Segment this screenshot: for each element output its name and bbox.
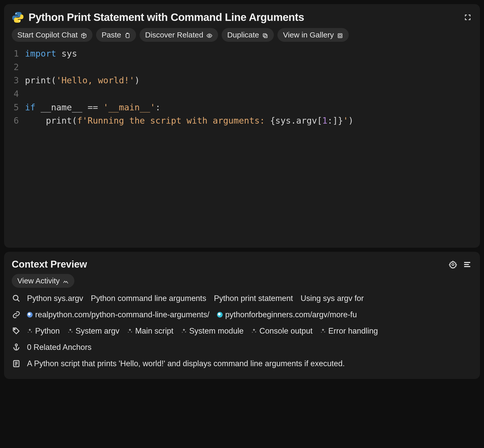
svg-point-8 — [452, 263, 454, 266]
gallery-icon — [337, 32, 343, 38]
editor-panel: Python Print Statement with Command Line… — [4, 4, 480, 248]
search-icon — [12, 294, 21, 303]
code-content[interactable]: print('Hello, world!') — [25, 74, 140, 87]
code-line: 2 — [12, 60, 472, 74]
view-activity-row: View Activity — [12, 274, 472, 288]
svg-point-10 — [14, 329, 15, 330]
editor-header: Python Print Statement with Command Line… — [12, 11, 472, 23]
code-line: 4 — [12, 87, 472, 101]
code-editor[interactable]: 1import sys23print('Hello, world!')45if … — [12, 47, 472, 241]
context-tag[interactable]: Python — [27, 326, 60, 336]
link-text: realpython.com/python-command-line-argum… — [35, 310, 209, 319]
action-duplicate[interactable]: Duplicate — [222, 28, 274, 42]
line-number: 6 — [12, 114, 25, 127]
action-label: Start Copilot Chat — [17, 31, 78, 39]
context-search-row: Python sys.argvPython command line argum… — [12, 290, 472, 307]
context-title: Context Preview — [12, 259, 444, 270]
settings-button[interactable] — [448, 259, 458, 270]
action-start-copilot-chat[interactable]: Start Copilot Chat — [12, 28, 92, 42]
duplicate-icon — [262, 32, 268, 38]
context-anchors-row: 0 Related Anchors — [12, 339, 472, 355]
tag-icon — [12, 326, 21, 336]
action-row: Start Copilot Chat Paste Discover Relate… — [12, 28, 472, 42]
expand-button[interactable] — [463, 13, 472, 22]
sparkle-icon — [181, 326, 187, 336]
line-number: 4 — [12, 87, 25, 101]
search-term[interactable]: Python command line arguments — [91, 294, 206, 303]
search-term[interactable]: Using sys argv for — [301, 294, 364, 303]
activity-icon — [63, 278, 69, 284]
code-line: 3print('Hello, world!') — [12, 74, 472, 87]
anchor-icon — [12, 343, 21, 352]
context-tag[interactable]: System module — [181, 326, 244, 336]
sparkle-icon — [127, 326, 133, 336]
context-tags-row: PythonSystem argvMain scriptSystem modul… — [12, 323, 472, 339]
editor-title: Python Print Statement with Command Line… — [29, 11, 459, 23]
context-links: realpython.com/python-command-line-argum… — [27, 310, 357, 319]
svg-rect-2 — [126, 34, 129, 38]
context-tag[interactable]: System argv — [68, 326, 119, 336]
eye-icon — [206, 32, 212, 38]
svg-point-1 — [19, 21, 20, 22]
context-summary-row: A Python script that prints 'Hello, worl… — [12, 355, 472, 372]
svg-rect-7 — [339, 35, 341, 37]
action-label: View in Gallery — [283, 31, 334, 39]
context-link[interactable]: realpython.com/python-command-line-argum… — [27, 310, 209, 319]
code-content[interactable]: print(f'Running the script with argument… — [25, 114, 354, 127]
view-activity-button[interactable]: View Activity — [12, 274, 74, 288]
code-line: 6 print(f'Running the script with argume… — [12, 114, 472, 127]
tag-text: Console output — [259, 326, 313, 336]
line-number: 2 — [12, 60, 25, 74]
view-activity-label: View Activity — [17, 276, 60, 285]
tag-text: Error handling — [328, 326, 378, 336]
code-content[interactable]: import sys — [25, 47, 77, 60]
search-terms: Python sys.argvPython command line argum… — [27, 294, 364, 303]
context-tags: PythonSystem argvMain scriptSystem modul… — [27, 326, 378, 336]
context-tag[interactable]: Console output — [251, 326, 313, 336]
context-links-row: realpython.com/python-command-line-argum… — [12, 307, 472, 323]
sparkle-icon — [251, 326, 257, 336]
svg-rect-4 — [264, 35, 267, 38]
action-paste[interactable]: Paste — [96, 28, 136, 42]
svg-rect-6 — [338, 34, 342, 38]
context-link[interactable]: pythonforbeginners.com/argv/more-fu — [217, 310, 357, 319]
svg-rect-5 — [263, 34, 266, 37]
search-term[interactable]: Python print statement — [214, 294, 293, 303]
line-number: 3 — [12, 74, 25, 87]
context-tag[interactable]: Error handling — [320, 326, 378, 336]
svg-point-0 — [16, 13, 17, 14]
summary-text: A Python script that prints 'Hello, worl… — [27, 359, 345, 368]
sparkle-icon — [27, 326, 33, 336]
list-button[interactable] — [462, 259, 472, 270]
cube-icon — [81, 32, 87, 38]
code-line: 5if __name__ == '__main__': — [12, 101, 472, 114]
action-discover-related[interactable]: Discover Related — [140, 28, 218, 42]
tag-text: Python — [35, 326, 60, 336]
python-icon — [12, 11, 24, 23]
line-number: 1 — [12, 47, 25, 60]
code-content[interactable]: if __name__ == '__main__': — [25, 101, 160, 114]
favicon-icon — [27, 312, 33, 318]
context-tag[interactable]: Main script — [127, 326, 173, 336]
svg-point-11 — [15, 344, 17, 346]
action-label: Paste — [102, 31, 121, 39]
svg-point-9 — [13, 295, 18, 300]
action-label: Duplicate — [227, 31, 259, 39]
link-text: pythonforbeginners.com/argv/more-fu — [225, 310, 357, 319]
action-view-in-gallery[interactable]: View in Gallery — [277, 28, 349, 42]
sparkle-icon — [68, 326, 73, 336]
action-label: Discover Related — [145, 31, 203, 39]
sparkle-icon — [320, 326, 326, 336]
search-term[interactable]: Python sys.argv — [27, 294, 83, 303]
note-icon — [12, 359, 21, 368]
anchors-label[interactable]: 0 Related Anchors — [27, 343, 91, 352]
line-number: 5 — [12, 101, 25, 114]
context-panel: Context Preview View Activity — [4, 252, 480, 379]
tag-text: System module — [189, 326, 244, 336]
svg-point-3 — [209, 35, 210, 36]
context-header: Context Preview — [12, 259, 472, 270]
code-line: 1import sys — [12, 47, 472, 60]
tag-text: System argv — [76, 326, 119, 336]
favicon-icon — [217, 312, 223, 318]
link-icon — [12, 310, 21, 319]
